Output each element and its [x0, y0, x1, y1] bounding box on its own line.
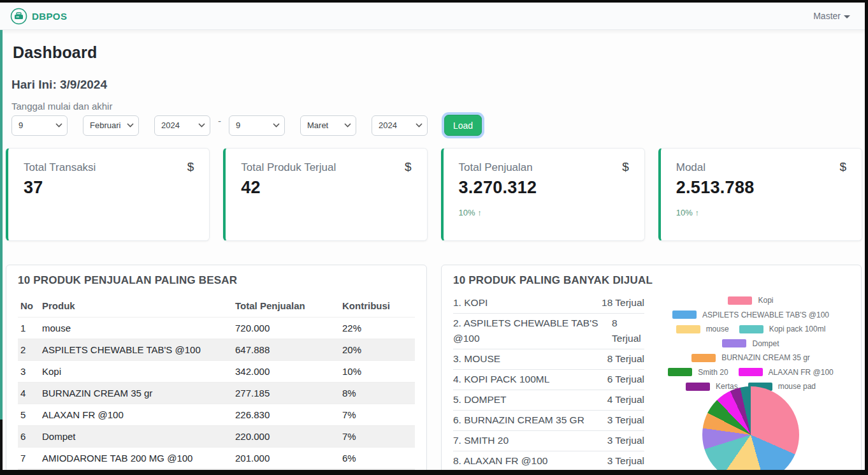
stat-cards-row: Total Transaksi 37 $ Total Produk Terjua…: [6, 148, 862, 241]
stat-card: Total Penjualan 3.270.312 10% ↑ $: [441, 148, 645, 241]
dollar-icon: $: [405, 160, 412, 174]
cell-total-penjualan: 201.000: [233, 448, 340, 469]
end-year-select[interactable]: 2024: [372, 115, 428, 136]
cell-kontribusi: 10%: [340, 361, 415, 383]
stat-card-value: 42: [241, 178, 411, 198]
list-item-qty: 3 Terjual: [607, 413, 644, 428]
legend-item[interactable]: mouse: [676, 325, 729, 333]
cell-kontribusi: 7%: [340, 426, 415, 448]
table-row: 4 BURNAZIN CREAM 35 gr 277.185 8%: [18, 383, 415, 404]
legend-label: Smith 20: [698, 368, 728, 377]
list-item: 3. MOUSE 8 Terjual: [453, 349, 644, 370]
cell-kontribusi: 22%: [340, 318, 415, 339]
list-item: 1. KOPI 18 Terjual: [453, 293, 644, 314]
dollar-icon: $: [622, 160, 629, 174]
table-row: 5 ALAXAN FR @100 226.830 7%: [18, 404, 415, 426]
top-sold-panel-body: 1. KOPI 18 Terjual 2. ASPILETS CHEWABLE …: [453, 287, 850, 475]
stat-card: Total Transaksi 37 $: [6, 148, 210, 241]
legend-row: ASPILETS CHEWABLE TAB'S @100: [655, 311, 846, 319]
stat-card-value: 3.270.312: [459, 178, 629, 198]
col-header-no: No: [18, 295, 40, 318]
legend-label: ASPILETS CHEWABLE TAB'S @100: [702, 311, 829, 319]
stat-card-value: 2.513.788: [676, 178, 846, 198]
cell-no: 5: [18, 404, 40, 426]
cell-no: 1: [18, 318, 40, 339]
cell-produk: ASPILETS CHEWABLE TAB'S @100: [40, 339, 233, 361]
end-month-select-wrap: Maret: [300, 115, 356, 136]
legend-label: mouse pad: [778, 382, 816, 391]
brand-name: DBPOS: [32, 11, 67, 22]
start-year-select-wrap: 2024: [154, 115, 210, 136]
legend-label: Kopi: [758, 296, 773, 305]
legend-label: BURNAZIN CREAM 35 gr: [721, 353, 810, 362]
legend-item[interactable]: ALAXAN FR @100: [739, 368, 834, 377]
cell-total-penjualan: 342.000: [233, 361, 340, 383]
list-item-qty: 3 Terjual: [607, 453, 644, 469]
legend-swatch: [676, 325, 700, 333]
legend-item[interactable]: Kopi: [728, 296, 773, 305]
cell-kontribusi: 20%: [340, 339, 415, 361]
start-month-select[interactable]: Februari: [83, 115, 139, 136]
user-menu-dropdown[interactable]: Master: [813, 11, 850, 21]
legend-item[interactable]: BURNAZIN CREAM 35 gr: [691, 353, 810, 362]
date-range-label: Tanggal mulai dan akhir: [11, 101, 112, 112]
legend-item[interactable]: Smith 20: [668, 368, 728, 377]
table-row: 2 ASPILETS CHEWABLE TAB'S @100 647.888 2…: [18, 339, 415, 361]
legend-swatch: [728, 296, 752, 305]
legend-row: BURNAZIN CREAM 35 gr: [655, 353, 846, 362]
top-sold-list: 1. KOPI 18 Terjual 2. ASPILETS CHEWABLE …: [453, 293, 644, 475]
legend-swatch: [668, 368, 692, 376]
legend-item[interactable]: Kertas: [686, 382, 738, 391]
list-item-name: 2. ASPILETS CHEWABLE TAB'S @100: [453, 316, 605, 346]
legend-item[interactable]: ASPILETS CHEWABLE TAB'S @100: [672, 311, 829, 319]
cell-kontribusi: 7%: [340, 404, 415, 426]
list-item-name: 8. ALAXAN FR @100: [453, 453, 547, 469]
legend-row: Smith 20ALAXAN FR @100: [655, 368, 846, 377]
stat-card-title: Modal: [676, 161, 846, 174]
pie-chart-legend: KopiASPILETS CHEWABLE TAB'S @100mouseKop…: [655, 296, 846, 391]
top-sold-panel: 10 PRODUK PALING BANYAK DIJUAL 1. KOPI 1…: [441, 265, 862, 475]
cell-produk: Dompet: [40, 426, 233, 448]
col-header-produk: Produk: [40, 295, 233, 318]
date-filter-row: 9 Februari 2024 - 9 Maret 2024 Load: [11, 115, 482, 136]
cell-kontribusi: 8%: [340, 383, 415, 404]
panels-row: 10 PRODUK PENJUALAN PALING BESAR No Prod…: [6, 265, 862, 475]
list-item-qty: 8 Terjual: [607, 351, 644, 367]
cell-total-penjualan: 720.000: [233, 318, 340, 339]
list-item: 4. KOPI PACK 100ML 6 Terjual: [453, 370, 644, 390]
brand-link[interactable]: DBPOS: [10, 8, 67, 25]
table-row: 6 Dompet 220.000 7%: [18, 426, 415, 448]
dollar-icon: $: [839, 160, 846, 174]
list-item: 8. ALAXAN FR @100 3 Terjual: [453, 451, 644, 472]
pos-logo-icon: [10, 8, 27, 25]
table-row: 1 mouse 720.000 22%: [18, 318, 415, 339]
cell-total-penjualan: 220.000: [233, 426, 340, 448]
cell-produk: AMIODARONE TAB 200 MG @100: [40, 448, 233, 469]
cell-no: 7: [18, 448, 40, 469]
cell-total-penjualan: 277.185: [233, 383, 340, 404]
start-day-select[interactable]: 9: [11, 115, 68, 136]
window-frame-left: [0, 420, 3, 475]
end-day-select[interactable]: 9: [229, 115, 285, 136]
legend-item[interactable]: Dompet: [722, 339, 779, 348]
list-item-qty: 6 Terjual: [607, 372, 644, 387]
end-month-select[interactable]: Maret: [300, 115, 356, 136]
load-button[interactable]: Load: [444, 115, 482, 136]
stat-card-title: Total Transaksi: [24, 161, 194, 174]
legend-item[interactable]: Kopi pack 100ml: [739, 325, 826, 333]
list-item-qty: 8 Terjual: [612, 316, 644, 346]
list-item-name: 7. SMITH 20: [453, 433, 509, 448]
table-row: 7 AMIODARONE TAB 200 MG @100 201.000 6%: [18, 448, 415, 469]
legend-swatch: [722, 339, 746, 347]
page-accent-border: [0, 30, 3, 420]
list-item-name: 6. BURNAZIN CREAM 35 GR: [453, 413, 584, 428]
chevron-down-icon: [844, 15, 850, 18]
stat-card: Total Produk Terjual 42 $: [223, 148, 427, 241]
dollar-icon: $: [187, 160, 194, 174]
legend-row: Kopi: [655, 296, 846, 305]
stat-card-trend: 10% ↑: [676, 208, 846, 217]
table-header-row: No Produk Total Penjualan Kontribusi: [18, 295, 415, 318]
list-item-qty: 3 Terjual: [607, 433, 644, 448]
start-year-select[interactable]: 2024: [154, 115, 210, 136]
end-year-select-wrap: 2024: [372, 115, 428, 136]
